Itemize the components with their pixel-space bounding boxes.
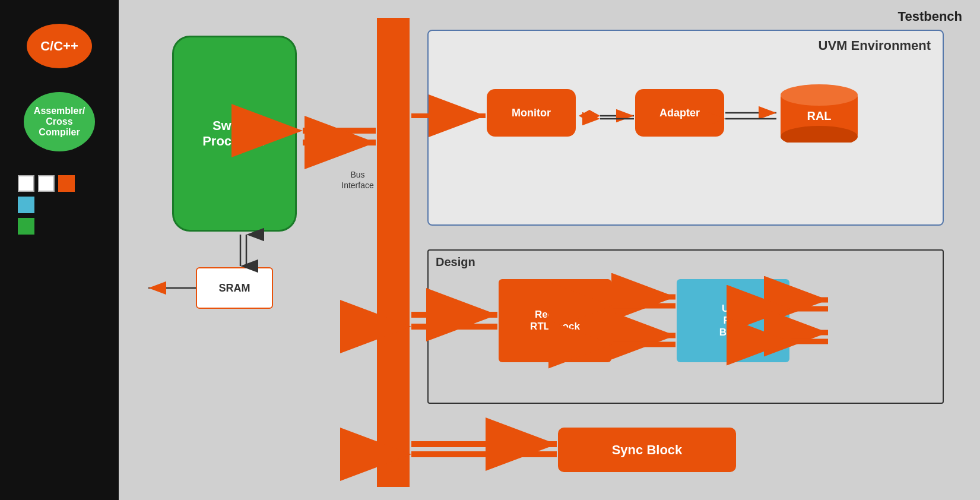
monitor-block: Monitor (487, 89, 576, 137)
design-label: Design (436, 255, 475, 269)
uvm-label: UVM Environment (819, 38, 931, 53)
ral-block: RAL (778, 83, 861, 143)
legend-white-box2 (38, 175, 55, 192)
assembler-bubble: Assembler/ Cross Compiler (24, 92, 95, 151)
adapter-block: Adapter (635, 89, 724, 137)
svg-text:RAL: RAL (807, 109, 831, 122)
sram-block: SRAM (196, 267, 273, 309)
adapter-label: Adapter (659, 107, 700, 119)
user-rtl-label: UserRTLBlock (719, 303, 747, 338)
legend (6, 175, 75, 235)
swerv-processor-block: SweRVProcessor (172, 36, 297, 232)
legend-row-green (18, 218, 75, 235)
main-diagram: Testbench SweRVProcessor SRAM BusInterfa… (119, 0, 980, 500)
testbench-label: Testbench (898, 9, 962, 24)
cpp-bubble: C/C++ (27, 24, 92, 68)
assembler-label: Assembler/ Cross Compiler (30, 106, 89, 138)
register-rtl-label: RegisterRTL Block (530, 309, 580, 333)
register-rtl-block: RegisterRTL Block (499, 279, 611, 362)
sram-label: SRAM (219, 282, 250, 295)
bus-bar (377, 18, 410, 487)
monitor-label: Monitor (512, 107, 551, 119)
legend-row-blue (18, 197, 75, 213)
sync-block: Sync Block (558, 428, 736, 472)
user-rtl-block: UserRTLBlock (677, 279, 789, 362)
bus-interface-label: BusInterface (338, 169, 377, 191)
sidebar: C/C++ Assembler/ Cross Compiler (0, 0, 119, 500)
legend-orange-box (58, 175, 75, 192)
svg-point-1 (781, 84, 858, 106)
legend-green-box (18, 218, 34, 235)
legend-white-box (18, 175, 34, 192)
legend-row-white (18, 175, 75, 192)
cpp-label: C/C++ (40, 39, 78, 54)
legend-blue-box (18, 197, 34, 213)
sync-block-label: Sync Block (612, 442, 683, 458)
swerv-label: SweRVProcessor (202, 118, 267, 149)
